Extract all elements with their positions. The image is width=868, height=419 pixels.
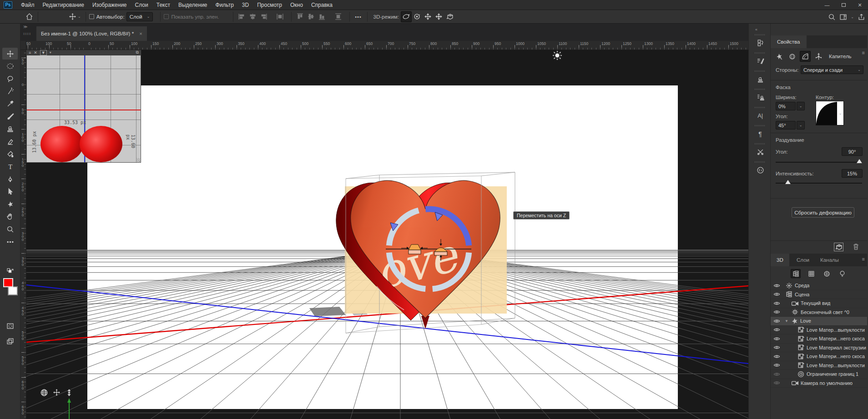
distribute-h-icon[interactable]	[275, 11, 286, 22]
orbit-3d-icon[interactable]	[401, 11, 412, 22]
intensity-slider[interactable]	[776, 183, 862, 184]
tab-collapse-icon[interactable]: ≫	[23, 25, 27, 29]
expand-chevron-icon[interactable]: ▼	[785, 319, 790, 323]
mini-swap-view-icon[interactable]: ▼	[40, 50, 47, 55]
path-select-tool[interactable]	[2, 186, 18, 198]
custom-shape-tool[interactable]	[2, 198, 18, 210]
move-tool-icon[interactable]	[67, 11, 78, 22]
visibility-eye-icon[interactable]	[771, 371, 782, 378]
visibility-eye-icon[interactable]	[771, 326, 782, 333]
mini-menu-icon[interactable]: ≡	[29, 50, 31, 55]
pan-3d-icon[interactable]	[423, 11, 434, 22]
secondary-view-window[interactable]: ≡ ✕ ▼ ▾ ⧉ 33.53 px 13.60 px	[26, 50, 141, 163]
hand-tool[interactable]	[2, 211, 18, 223]
mesh-props-icon[interactable]	[773, 51, 784, 62]
bevel-angle-field[interactable]: 45°	[776, 121, 796, 130]
infinite-light-gizmo[interactable]	[553, 51, 562, 60]
dolly-camera-icon[interactable]	[65, 389, 73, 397]
horizontal-ruler[interactable]: 1501005005010015020025030035040045050055…	[26, 41, 748, 50]
magic-wand-tool[interactable]	[2, 85, 18, 97]
lasso-tool[interactable]	[2, 73, 18, 85]
brush-settings-icon[interactable]	[754, 55, 766, 66]
sides-dropdown[interactable]: Спереди и сзади⌄	[801, 65, 863, 74]
visibility-eye-icon[interactable]	[771, 309, 782, 315]
align-left-icon[interactable]	[237, 11, 247, 22]
3d-panel-menu-icon[interactable]: ≡	[862, 256, 865, 262]
mini-close-icon[interactable]: ✕	[34, 50, 37, 55]
menu-текст[interactable]: Текст	[152, 0, 174, 10]
tab-channels[interactable]: Каналы	[814, 254, 845, 266]
coords-props-icon[interactable]	[813, 51, 824, 62]
3d-layer-row[interactable]: Love Матер...выпуклости	[771, 361, 867, 370]
home-icon[interactable]	[24, 11, 35, 22]
3d-layer-row[interactable]: Love Материал экструзии	[771, 344, 867, 353]
tab-properties[interactable]: Свойства	[771, 35, 807, 48]
vertical-ruler[interactable]: 5 005 01 0 01 5 02 0 02 5 03 0 03 5 04 0…	[20, 50, 26, 419]
bevel-angle-caret[interactable]: ⌄	[797, 121, 805, 130]
3d-layer-row[interactable]: Камера по умолчанию	[771, 379, 867, 388]
minimize-button[interactable]: —	[819, 0, 835, 10]
tools-panel-icon[interactable]	[754, 146, 766, 157]
more-options-button[interactable]: •••	[353, 11, 364, 22]
clone-source-icon[interactable]	[754, 74, 766, 85]
menu-изображение[interactable]: Изображение	[88, 0, 131, 10]
secondary-view-titlebar[interactable]: ≡ ✕ ▼ ▾ ⧉	[27, 50, 141, 55]
filter-scene-icon[interactable]	[791, 269, 801, 278]
3d-layer-row[interactable]: Текущий вид	[771, 299, 867, 308]
3d-layer-row[interactable]: Сцена	[771, 290, 867, 299]
visibility-eye-icon[interactable]	[771, 335, 782, 342]
menu-редактирование[interactable]: Редактирование	[39, 0, 88, 10]
visibility-eye-icon[interactable]	[771, 362, 782, 369]
screen-mode-icon[interactable]	[2, 335, 18, 347]
sphere-props-icon[interactable]	[787, 51, 797, 62]
menu-справка[interactable]: Справка	[307, 0, 337, 10]
distribute-v-icon[interactable]	[333, 11, 344, 22]
gradient-tool[interactable]	[2, 148, 18, 160]
3d-layer-row[interactable]: Love Матери...него скоса	[771, 352, 867, 361]
3d-layer-row[interactable]: Бесконечный свет ^0	[771, 308, 867, 317]
restore-button[interactable]	[835, 0, 852, 10]
visibility-eye-icon[interactable]	[771, 379, 782, 386]
collapse-panels-icon[interactable]: «	[755, 27, 757, 32]
close-button[interactable]: ✕	[852, 0, 868, 10]
menu-просмотр[interactable]: Просмотр	[253, 0, 286, 10]
mini-resize-grip[interactable]	[136, 158, 140, 162]
workspace-icon[interactable]	[839, 13, 847, 21]
properties-panel-menu-icon[interactable]: ≡	[862, 50, 865, 55]
ruler-corner[interactable]	[20, 41, 26, 50]
menu-слои[interactable]: Слои	[131, 0, 152, 10]
tool-options-caret[interactable]: ⌄	[78, 15, 81, 19]
eraser-tool[interactable]	[2, 135, 18, 147]
slide-3d-icon[interactable]	[434, 11, 444, 22]
canvas-viewport[interactable]: Love	[26, 50, 748, 419]
tool-presets-icon[interactable]	[754, 92, 766, 103]
eyedropper-tool[interactable]	[2, 98, 18, 110]
cap-props-icon[interactable]	[800, 51, 811, 62]
align-top-icon[interactable]	[295, 11, 306, 22]
foreground-color-swatch[interactable]	[3, 278, 13, 287]
3d-layer-row[interactable]: Love Матери...него скоса	[771, 334, 867, 344]
quick-mask-icon[interactable]	[2, 320, 18, 332]
visibility-eye-icon[interactable]	[771, 291, 782, 298]
share-icon[interactable]	[858, 13, 865, 21]
visibility-eye-icon[interactable]	[771, 353, 782, 360]
bevel-width-caret[interactable]: ⌄	[797, 102, 805, 110]
secondary-view-canvas[interactable]: 33.53 px 13.60 px 13.60 px	[27, 55, 141, 162]
cc-libraries-icon[interactable]	[754, 165, 766, 175]
show-controls-checkbox[interactable]	[164, 14, 169, 19]
align-bottom-icon[interactable]	[317, 11, 328, 22]
intensity-slider-thumb[interactable]	[785, 180, 791, 184]
tab-3d[interactable]: 3D	[771, 254, 789, 266]
to-3d-icon[interactable]	[834, 243, 843, 251]
document-tab[interactable]: Без имени-1 @ 100% (Love, RGB/8#) * ×	[36, 26, 147, 41]
default-colors-icon[interactable]	[2, 267, 18, 275]
3d-layer-row[interactable]: ▼Love	[771, 317, 867, 326]
search-icon[interactable]	[828, 13, 836, 21]
inflate-angle-slider[interactable]	[776, 162, 862, 163]
menu-3d[interactable]: 3D	[238, 0, 253, 10]
tab-close-icon[interactable]: ×	[139, 31, 142, 36]
autoselect-checkbox[interactable]	[89, 14, 94, 19]
visibility-eye-icon[interactable]	[771, 318, 782, 324]
3d-layer-row[interactable]: Среда	[771, 281, 867, 290]
align-center-h-icon[interactable]	[247, 11, 258, 22]
